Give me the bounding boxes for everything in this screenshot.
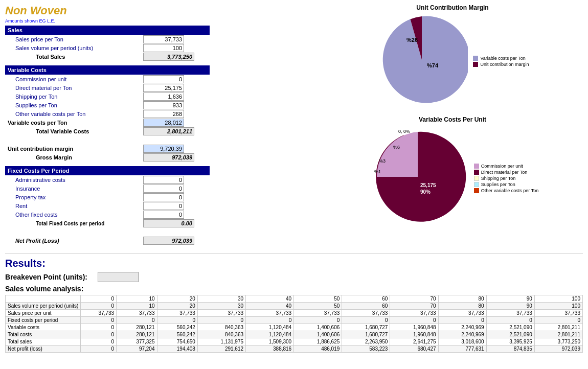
var-cost-chart-area: 25,175 90% %6 %3 %1 0, 0% Commission per… xyxy=(367,126,538,228)
analysis-cell-3-7: 1,960,848 xyxy=(390,324,438,331)
analysis-cell-4-8: 2,240,969 xyxy=(438,331,486,338)
analysis-cell-1-2: 37,733 xyxy=(157,310,197,317)
analysis-header-10: 90 xyxy=(486,295,534,303)
var-cost-legend-label-3: Supplies per Ton xyxy=(481,182,515,187)
ucm-row: Unit contribution margin xyxy=(5,145,317,153)
sales-analysis-title: Sales volume analysis: xyxy=(5,285,583,293)
var-cost-legend-color-1 xyxy=(474,170,479,175)
admin-costs-input[interactable] xyxy=(143,176,184,184)
insurance-input[interactable] xyxy=(143,184,184,193)
analysis-cell-0-3: 30 xyxy=(197,303,245,310)
analysis-cell-4-1: 280,121 xyxy=(117,331,157,338)
var-cost-per-ton-row: Variable costs per Ton xyxy=(5,119,317,127)
breakeven-row: Breakeven Point (units): xyxy=(5,272,583,282)
analysis-cell-2-6: 0 xyxy=(342,317,390,324)
analysis-cell-2-1: 0 xyxy=(117,317,157,324)
analysis-cell-1-4: 37,733 xyxy=(246,310,294,317)
other-fixed-row: Other fixed costs xyxy=(5,211,317,219)
sales-volume-input[interactable] xyxy=(143,44,184,52)
var-cost-chart-title: Variable Costs Per Unit xyxy=(419,116,486,123)
net-profit-label: Net Profit (Loss) xyxy=(5,238,143,244)
var-cost-legend-label-4: Other variable costs per Ton xyxy=(481,188,538,193)
analysis-row-2: Fixed costs per period00000000000 xyxy=(6,317,583,324)
supplies-label: Supplies per Ton xyxy=(5,102,143,108)
svg-text:%3: %3 xyxy=(379,158,386,164)
net-profit-value xyxy=(143,237,194,245)
analysis-row-label-6: Net profit (loss) xyxy=(6,345,81,353)
amounts-label: Amounts shown EG L.E. xyxy=(5,18,317,24)
analysis-cell-3-8: 2,240,969 xyxy=(438,324,486,331)
ucm-legend-label-0: Variable costs per Ton xyxy=(480,56,525,61)
analysis-row-label-2: Fixed costs per period xyxy=(6,317,81,324)
gross-margin-value xyxy=(143,153,194,162)
analysis-header-11: 100 xyxy=(534,295,582,303)
breakeven-input[interactable] xyxy=(98,272,139,282)
property-tax-input[interactable] xyxy=(143,193,184,201)
analysis-cell-2-3: 0 xyxy=(197,317,245,324)
analysis-cell-2-7: 0 xyxy=(390,317,438,324)
other-var-input[interactable] xyxy=(143,110,184,118)
var-cost-legend-color-0 xyxy=(474,164,479,169)
sales-volume-label: Sales volume per period (units) xyxy=(5,45,143,51)
gross-margin-row: Gross Margin xyxy=(5,153,317,162)
other-fixed-input[interactable] xyxy=(143,211,184,219)
analysis-cell-3-2: 560,242 xyxy=(157,324,197,331)
total-var-costs-row: Total Variable Costs xyxy=(5,127,317,135)
insurance-label: Insurance xyxy=(5,186,143,192)
analysis-row-5: Total sales0377,325754,6501,131,9751,509… xyxy=(6,338,583,345)
shipping-row: Shipping per Ton xyxy=(5,93,317,101)
analysis-cell-3-4: 1,120,484 xyxy=(246,324,294,331)
analysis-cell-1-6: 37,733 xyxy=(342,310,390,317)
analysis-cell-0-8: 80 xyxy=(438,303,486,310)
var-cost-legend-color-2 xyxy=(474,176,479,181)
shipping-label: Shipping per Ton xyxy=(5,94,143,100)
analysis-cell-3-0: 0 xyxy=(81,324,117,331)
analysis-cell-5-2: 754,650 xyxy=(157,338,197,345)
analysis-header-8: 70 xyxy=(390,295,438,303)
results-section: Results: Breakeven Point (units): Sales … xyxy=(5,253,583,353)
analysis-cell-4-5: 1,400,606 xyxy=(294,331,342,338)
ucm-legend-item-1: Unit contribution margin xyxy=(473,62,529,67)
analysis-cell-5-10: 3,773,250 xyxy=(534,338,582,345)
analysis-cell-4-2: 560,242 xyxy=(157,331,197,338)
analysis-cell-3-5: 1,400,606 xyxy=(294,324,342,331)
analysis-cell-3-9: 2,521,090 xyxy=(486,324,534,331)
analysis-header-1: 0 xyxy=(81,295,117,303)
analysis-cell-1-7: 37,733 xyxy=(390,310,438,317)
rent-input[interactable] xyxy=(143,202,184,210)
sales-price-input[interactable] xyxy=(143,35,184,43)
analysis-cell-6-1: 97,204 xyxy=(117,345,157,353)
var-cost-legend-item-3: Supplies per Ton xyxy=(474,182,538,187)
analysis-cell-1-10: 37,733 xyxy=(534,310,582,317)
sales-price-row: Sales price per Ton xyxy=(5,35,317,43)
direct-material-input[interactable] xyxy=(143,84,184,92)
analysis-cell-4-7: 1,960,848 xyxy=(390,331,438,338)
total-var-costs-label: Total Variable Costs xyxy=(5,128,143,134)
commission-row: Commission per unit xyxy=(5,75,317,83)
supplies-input[interactable] xyxy=(143,101,184,109)
analysis-header-7: 60 xyxy=(342,295,390,303)
var-cost-pie-chart: 25,175 90% %6 %3 %1 0, 0% xyxy=(367,126,469,228)
property-tax-label: Property tax xyxy=(5,194,143,200)
insurance-row: Insurance xyxy=(5,184,317,193)
shipping-input[interactable] xyxy=(143,93,184,101)
svg-text:%6: %6 xyxy=(393,145,400,150)
analysis-row-1: Sales price per unit37,73337,73337,73337… xyxy=(6,310,583,317)
analysis-cell-1-9: 37,733 xyxy=(486,310,534,317)
analysis-cell-6-7: 680,427 xyxy=(390,345,438,353)
analysis-cell-5-3: 1,131,975 xyxy=(197,338,245,345)
ucm-value xyxy=(143,145,184,153)
analysis-table: 0102030405060708090100Sales volume per p… xyxy=(5,295,583,353)
total-fixed-row: Total Fixed Costs per period xyxy=(5,219,317,227)
analysis-cell-0-1: 10 xyxy=(117,303,157,310)
sales-header: Sales xyxy=(5,26,210,35)
analysis-cell-5-1: 377,325 xyxy=(117,338,157,345)
commission-input[interactable] xyxy=(143,75,184,83)
analysis-row-label-1: Sales price per unit xyxy=(6,310,81,317)
var-cost-legend-item-2: Shipping per Ton xyxy=(474,176,538,181)
analysis-cell-2-4: 0 xyxy=(246,317,294,324)
page-title: Non Woven xyxy=(5,4,317,17)
var-cost-legend-color-4 xyxy=(474,188,479,193)
analysis-cell-3-10: 2,801,211 xyxy=(534,324,582,331)
svg-text:%74: %74 xyxy=(427,62,439,68)
